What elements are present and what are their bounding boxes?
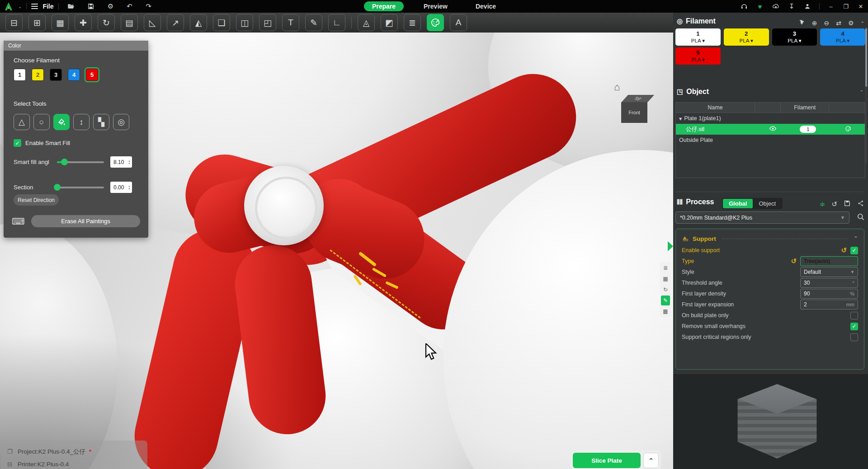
first-layer-expansion-input[interactable]: 2mm [800,300,858,310]
crack-tool-icon[interactable]: ◩ [381,14,398,31]
tab-preview[interactable]: Preview [415,1,456,11]
health-heart-icon[interactable]: ♥ [756,2,764,10]
first-layer-density-input[interactable]: 90% [800,289,858,299]
plate-view-icon[interactable]: ▦ [661,274,670,284]
split-to-objects-icon[interactable]: ◫ [236,14,253,31]
cloud-upload-icon[interactable] [772,2,780,10]
chevron-down-icon[interactable]: ⌄ [18,4,22,9]
filament-material-dropdown[interactable]: PLA ▾ [691,38,705,44]
section-input[interactable]: 0.00 ▲▼ [110,182,132,193]
reset-direction-button[interactable]: Reset Direction [14,194,59,206]
color-painting-icon[interactable] [427,14,444,31]
filament-slot-4[interactable]: 4PLA ▾ [820,28,865,46]
swap-filament-icon[interactable]: ⇄ [836,19,841,27]
filament-swatch-5[interactable]: 5 [86,69,98,81]
filament-swatch-1[interactable]: 1 [14,69,26,81]
slice-plate-button[interactable]: Slice Plate [573,453,641,468]
remove-small-overhangs-checkbox[interactable]: ✓ [850,323,858,330]
preset-dropdown[interactable]: *0.20mm Standard@K2 Plus ▼ [675,211,849,224]
move-icon[interactable]: ✚ [75,14,92,31]
reset-icon[interactable]: ↺ [841,246,847,254]
expand-arrow-icon[interactable]: ▾ [679,115,682,122]
close-button[interactable]: ✕ [857,3,864,10]
height-tool-icon[interactable]: ↕ [73,114,90,130]
file-menu[interactable]: File [42,3,53,10]
remove-filament-icon[interactable]: ⊖ [824,19,830,27]
smart-fill-angle-input[interactable]: 8.10 ▲▼ [110,156,132,168]
fill-tool-icon[interactable] [53,114,70,130]
filament-material-dropdown[interactable]: PLA ▾ [788,38,801,44]
collapse-support-icon[interactable]: ⌃ [854,235,858,242]
settings-gear-icon[interactable]: ⚙ [107,2,115,10]
group-view-icon[interactable]: ▩ [661,306,670,316]
flush-faucet-icon[interactable] [798,19,805,27]
filament-material-dropdown[interactable]: PLA ▾ [740,38,753,44]
download-icon[interactable]: ↧ [788,2,796,10]
open-folder-icon[interactable] [67,2,75,10]
view-cube[interactable]: Top Front [621,95,647,123]
filament-slot-2[interactable]: 2PLA ▾ [724,28,769,46]
share-preset-icon[interactable] [857,200,864,208]
scope-global[interactable]: Global [723,199,753,208]
style-dropdown[interactable]: Default▼ [800,267,858,277]
paint-view-icon[interactable]: ✎ [661,295,670,305]
split-to-parts-icon[interactable]: ◰ [259,14,276,31]
reset-process-icon[interactable]: ↺ [831,200,837,208]
smart-fill-angle-slider[interactable] [57,161,104,163]
palette-icon[interactable] [845,126,851,133]
sync-view-icon[interactable]: ↻ [661,285,670,295]
filament-settings-icon[interactable]: ⚙ [848,19,854,27]
filament-slot-5[interactable]: 5PLA ▾ [675,47,721,65]
type-dropdown[interactable]: Tree(auto)▼ [800,256,858,266]
triangle-tool-icon[interactable]: △ [14,114,30,130]
sphere-tool-icon[interactable]: ◎ [113,114,129,130]
home-view-icon[interactable]: ⌂ [614,81,620,93]
height-range-icon[interactable]: ≣ [404,14,421,31]
collapse-object-icon[interactable]: ⌃ [860,89,863,94]
support-painting-icon[interactable]: ◬ [358,14,375,31]
seam-painting-icon[interactable]: ✎ [305,14,322,31]
add-model-icon[interactable]: ⊞ [28,14,46,31]
filament-slot-1[interactable]: 1PLA ▾ [675,28,721,46]
font-tool-icon[interactable]: A [450,14,467,31]
spinner-arrows[interactable]: ▲▼ [128,159,131,165]
circle-tool-icon[interactable]: ○ [33,114,50,130]
table-row-stl[interactable]: 公仔.stl1 [676,124,865,135]
add-plate-icon[interactable]: ▦ [52,14,69,31]
table-row-plate-1-plate1[interactable]: ▾Plate 1(plate1) [676,113,865,124]
text-tool-icon[interactable]: T [282,14,299,31]
gap-fill-tool-icon[interactable]: ▚ [93,114,109,130]
spinner-arrows[interactable]: ▲▼ [128,185,131,190]
plate-preview-thumbnail[interactable] [673,374,868,469]
auto-arrange-icon[interactable]: ▤ [121,14,138,31]
scope-object[interactable]: Object [753,199,782,208]
on-build-plate-only-checkbox[interactable] [850,312,858,319]
tab-prepare[interactable]: Prepare [364,1,404,11]
enable-support-checkbox[interactable]: ✓ [850,247,858,254]
mirror-icon[interactable]: ◭ [190,14,207,31]
maximize-button[interactable]: ❐ [842,3,849,10]
save-preset-icon[interactable] [844,200,851,208]
assembly-list-icon[interactable]: ≣ [661,263,670,273]
filament-slot-3[interactable]: 3PLA ▾ [772,28,817,46]
minimize-button[interactable]: – [827,3,835,10]
enable-smart-fill-checkbox[interactable]: ✓ [14,139,21,147]
filament-material-dropdown[interactable]: PLA ▾ [691,56,705,63]
support-headset-icon[interactable] [740,2,748,10]
measure-icon[interactable]: ∟ [328,14,345,31]
slice-options-chevron[interactable]: ⌃ [643,453,659,468]
save-icon[interactable] [87,2,95,10]
rotate-icon[interactable]: ↻ [98,14,115,31]
keyboard-shortcuts-icon[interactable]: ⌨ [12,216,25,227]
eye-icon[interactable] [769,126,776,132]
support-critical-regions-only-checkbox[interactable] [850,333,858,341]
menu-icon[interactable] [31,4,38,9]
search-preset-icon[interactable] [856,212,865,223]
table-row-outside-plate[interactable]: Outside Plate [676,135,865,145]
view-cube-front[interactable]: Front [621,102,647,123]
lay-on-face-icon[interactable]: ◺ [144,14,161,31]
filament-pill[interactable]: 1 [800,126,816,133]
filament-swatch-3[interactable]: 3 [50,69,62,81]
collapse-filament-icon[interactable]: ⌃ [861,21,864,26]
filament-swatch-2[interactable]: 2 [32,69,44,81]
